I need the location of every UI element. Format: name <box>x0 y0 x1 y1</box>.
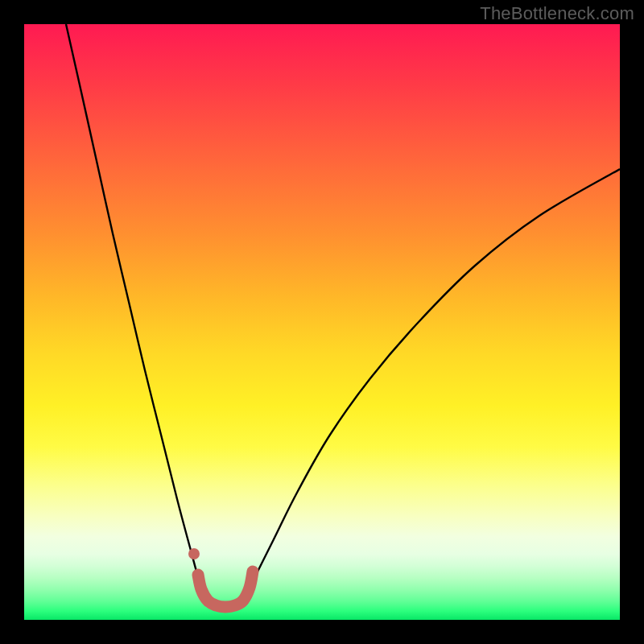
plot-area <box>24 24 620 620</box>
series-trough-marker <box>198 572 253 607</box>
point-left-dot <box>188 548 200 559</box>
chart-frame: TheBottleneck.com <box>0 0 644 644</box>
chart-svg <box>24 24 620 620</box>
series-left-branch <box>66 24 204 594</box>
watermark-text: TheBottleneck.com <box>480 3 634 24</box>
series-right-branch <box>246 169 620 594</box>
